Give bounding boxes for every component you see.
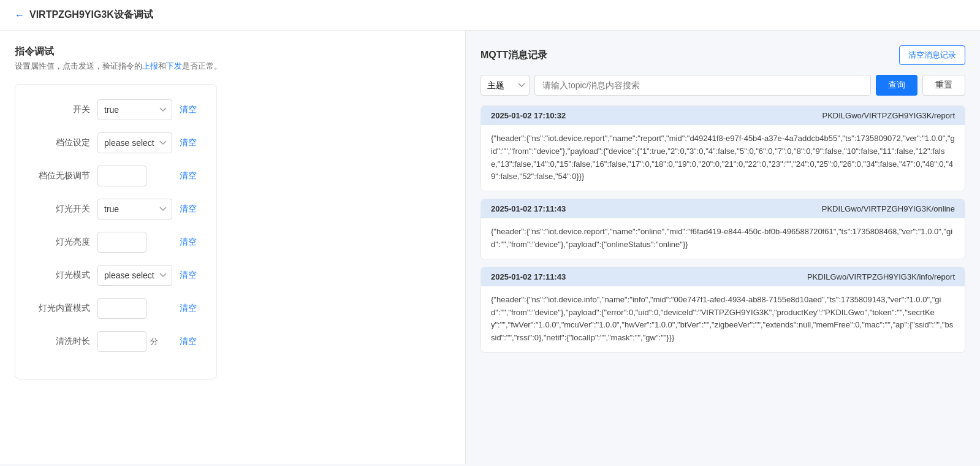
log-timestamp: 2025-01-02 17:11:43 (491, 204, 566, 213)
form-row-档位无极调节: 档位无极调节 清空 (35, 166, 197, 186)
clear-档位设定[interactable]: 清空 (180, 137, 197, 148)
input-档位设定[interactable]: please select (97, 132, 172, 153)
log-header: 2025-01-02 17:11:43 PKDILGwo/VIRTPZGH9YI… (481, 267, 965, 286)
form-row-清洗时长: 清洗时长 分 清空 (35, 331, 197, 352)
form-row-switch: 开关 true false 清空 (35, 99, 197, 120)
clear-灯光开关[interactable]: 清空 (180, 204, 197, 215)
input-灯光亮度[interactable] (97, 232, 146, 253)
clear-灯光模式[interactable]: 清空 (180, 270, 197, 281)
clear-灯光亮度[interactable]: 清空 (180, 237, 197, 248)
log-header: 2025-01-02 17:10:32 PKDILGwo/VIRTPZGH9YI… (481, 106, 965, 125)
reset-button[interactable]: 重置 (922, 75, 965, 96)
label-灯光开关: 灯光开关 (35, 204, 90, 215)
left-panel: 指令调试 设置属性值，点击发送，验证指令的上报和下发是否正常。 开关 true … (0, 31, 466, 464)
log-topic: PKDILGwo/VIRTPZGH9YIG3K/report (822, 111, 955, 120)
log-timestamp: 2025-01-02 17:11:43 (491, 272, 566, 281)
mqtt-header: MQTT消息记录 清空消息记录 (481, 45, 965, 65)
clear-log-button[interactable]: 清空消息记录 (899, 45, 965, 65)
form-row-灯光内置模式: 灯光内置模式 清空 (35, 298, 197, 319)
form-row-档位设定: 档位设定 please select 清空 (35, 132, 197, 153)
input-灯光内置模式[interactable] (97, 298, 146, 319)
topic-select[interactable]: 主题 (481, 75, 530, 96)
label-档位设定: 档位设定 (35, 137, 90, 148)
unit-分: 分 (150, 336, 158, 347)
label-switch: 开关 (35, 104, 90, 115)
section-desc: 设置属性值，点击发送，验证指令的上报和下发是否正常。 (15, 61, 450, 72)
form-row-灯光开关: 灯光开关 true false 清空 (35, 199, 197, 220)
page-title: VIRTPZGH9YIG3K设备调试 (29, 9, 153, 21)
log-body: {"header":{"ns":"iot.device.report","nam… (481, 125, 965, 191)
input-灯光开关[interactable]: true false (97, 199, 172, 220)
clear-清洗时长[interactable]: 清空 (180, 336, 197, 347)
log-list: 2025-01-02 17:10:32 PKDILGwo/VIRTPZGH9YI… (481, 105, 965, 353)
label-档位无极调节: 档位无极调节 (35, 170, 90, 181)
form-card: 开关 true false 清空 档位设定 please select (15, 84, 217, 380)
search-bar: 主题 查询 重置 (481, 75, 965, 96)
log-entry: 2025-01-02 17:11:43 PKDILGwo/VIRTPZGH9YI… (481, 267, 965, 353)
label-灯光内置模式: 灯光内置模式 (35, 303, 90, 314)
log-header: 2025-01-02 17:11:43 PKDILGwo/VIRTPZGH9YI… (481, 199, 965, 218)
clear-灯光内置模式[interactable]: 清空 (180, 303, 197, 314)
log-entry: 2025-01-02 17:11:43 PKDILGwo/VIRTPZGH9YI… (481, 199, 965, 259)
input-档位无极调节[interactable] (97, 166, 146, 186)
log-timestamp: 2025-01-02 17:10:32 (491, 111, 566, 120)
log-body: {"header":{"ns":"iot.device.report","nam… (481, 218, 965, 259)
clear-switch[interactable]: 清空 (180, 104, 197, 115)
mqtt-title: MQTT消息记录 (481, 49, 547, 62)
label-清洗时长: 清洗时长 (35, 336, 90, 347)
search-input[interactable] (534, 75, 871, 96)
label-灯光亮度: 灯光亮度 (35, 237, 90, 248)
log-topic: PKDILGwo/VIRTPZGH9YIG3K/info/report (807, 272, 955, 281)
right-panel: MQTT消息记录 清空消息记录 主题 查询 重置 2025-01-02 17:1… (466, 31, 980, 464)
section-title: 指令调试 (15, 45, 450, 58)
log-entry: 2025-01-02 17:10:32 PKDILGwo/VIRTPZGH9YI… (481, 105, 965, 191)
back-arrow-icon[interactable]: ← (15, 10, 25, 21)
clear-档位无极调节[interactable]: 清空 (180, 170, 197, 181)
input-灯光模式[interactable]: please select (97, 265, 172, 286)
form-row-灯光亮度: 灯光亮度 清空 (35, 232, 197, 253)
input-switch[interactable]: true false (97, 99, 172, 120)
log-body: {"header":{"ns":"iot.device.info","name"… (481, 286, 965, 352)
page-header: ← VIRTPZGH9YIG3K设备调试 (0, 0, 980, 31)
label-灯光模式: 灯光模式 (35, 270, 90, 281)
log-topic: PKDILGwo/VIRTPZGH9YIG3K/online (822, 204, 955, 213)
form-row-灯光模式: 灯光模式 please select 清空 (35, 265, 197, 286)
input-清洗时长[interactable] (97, 331, 146, 352)
query-button[interactable]: 查询 (876, 75, 917, 96)
